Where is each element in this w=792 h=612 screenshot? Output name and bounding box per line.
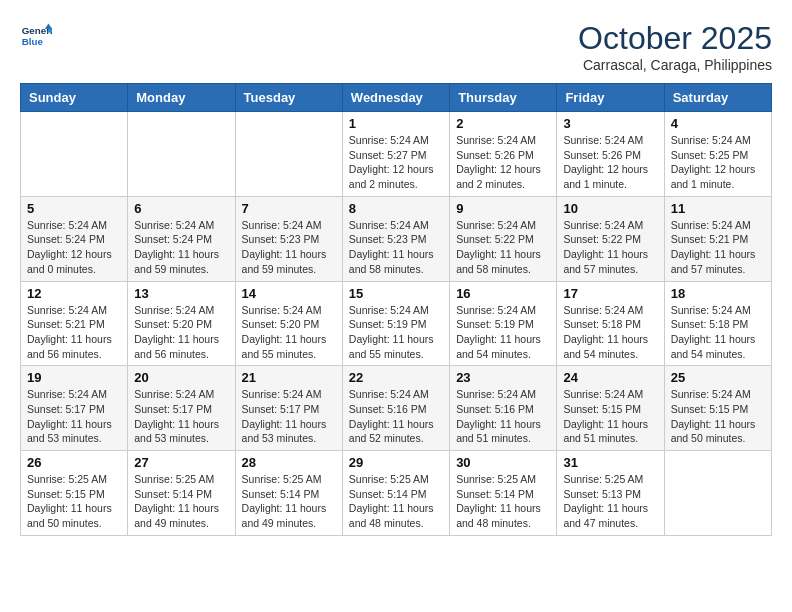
day-cell: 18Sunrise: 5:24 AMSunset: 5:18 PMDayligh… [664,281,771,366]
week-row-4: 26Sunrise: 5:25 AMSunset: 5:15 PMDayligh… [21,451,772,536]
day-number: 12 [27,286,121,301]
day-number: 9 [456,201,550,216]
day-info: Sunrise: 5:24 AMSunset: 5:22 PMDaylight:… [563,218,657,277]
day-number: 7 [242,201,336,216]
day-cell: 31Sunrise: 5:25 AMSunset: 5:13 PMDayligh… [557,451,664,536]
day-number: 6 [134,201,228,216]
day-info: Sunrise: 5:24 AMSunset: 5:21 PMDaylight:… [671,218,765,277]
day-info: Sunrise: 5:24 AMSunset: 5:26 PMDaylight:… [563,133,657,192]
day-cell: 10Sunrise: 5:24 AMSunset: 5:22 PMDayligh… [557,196,664,281]
day-number: 14 [242,286,336,301]
day-number: 31 [563,455,657,470]
weekday-saturday: Saturday [664,84,771,112]
day-number: 21 [242,370,336,385]
day-info: Sunrise: 5:25 AMSunset: 5:15 PMDaylight:… [27,472,121,531]
day-info: Sunrise: 5:24 AMSunset: 5:26 PMDaylight:… [456,133,550,192]
day-cell: 26Sunrise: 5:25 AMSunset: 5:15 PMDayligh… [21,451,128,536]
day-cell: 25Sunrise: 5:24 AMSunset: 5:15 PMDayligh… [664,366,771,451]
day-info: Sunrise: 5:24 AMSunset: 5:16 PMDaylight:… [456,387,550,446]
day-number: 5 [27,201,121,216]
day-info: Sunrise: 5:24 AMSunset: 5:19 PMDaylight:… [349,303,443,362]
day-cell: 30Sunrise: 5:25 AMSunset: 5:14 PMDayligh… [450,451,557,536]
day-cell [21,112,128,197]
day-cell: 19Sunrise: 5:24 AMSunset: 5:17 PMDayligh… [21,366,128,451]
day-number: 24 [563,370,657,385]
day-number: 4 [671,116,765,131]
day-number: 22 [349,370,443,385]
month-title: October 2025 [578,20,772,57]
day-cell: 24Sunrise: 5:24 AMSunset: 5:15 PMDayligh… [557,366,664,451]
day-info: Sunrise: 5:24 AMSunset: 5:19 PMDaylight:… [456,303,550,362]
title-area: October 2025 Carrascal, Caraga, Philippi… [578,20,772,73]
day-cell: 4Sunrise: 5:24 AMSunset: 5:25 PMDaylight… [664,112,771,197]
logo-icon: General Blue [20,20,52,52]
day-cell: 7Sunrise: 5:24 AMSunset: 5:23 PMDaylight… [235,196,342,281]
day-info: Sunrise: 5:24 AMSunset: 5:23 PMDaylight:… [349,218,443,277]
day-info: Sunrise: 5:24 AMSunset: 5:16 PMDaylight:… [349,387,443,446]
day-info: Sunrise: 5:24 AMSunset: 5:24 PMDaylight:… [27,218,121,277]
day-cell [128,112,235,197]
day-cell [664,451,771,536]
day-number: 18 [671,286,765,301]
day-info: Sunrise: 5:24 AMSunset: 5:22 PMDaylight:… [456,218,550,277]
day-info: Sunrise: 5:25 AMSunset: 5:14 PMDaylight:… [242,472,336,531]
day-number: 20 [134,370,228,385]
day-number: 19 [27,370,121,385]
day-cell: 27Sunrise: 5:25 AMSunset: 5:14 PMDayligh… [128,451,235,536]
day-cell: 29Sunrise: 5:25 AMSunset: 5:14 PMDayligh… [342,451,449,536]
week-row-2: 12Sunrise: 5:24 AMSunset: 5:21 PMDayligh… [21,281,772,366]
day-number: 17 [563,286,657,301]
day-info: Sunrise: 5:25 AMSunset: 5:13 PMDaylight:… [563,472,657,531]
day-info: Sunrise: 5:24 AMSunset: 5:25 PMDaylight:… [671,133,765,192]
day-cell: 28Sunrise: 5:25 AMSunset: 5:14 PMDayligh… [235,451,342,536]
day-cell: 21Sunrise: 5:24 AMSunset: 5:17 PMDayligh… [235,366,342,451]
day-info: Sunrise: 5:24 AMSunset: 5:18 PMDaylight:… [563,303,657,362]
weekday-thursday: Thursday [450,84,557,112]
day-cell: 3Sunrise: 5:24 AMSunset: 5:26 PMDaylight… [557,112,664,197]
day-info: Sunrise: 5:24 AMSunset: 5:17 PMDaylight:… [242,387,336,446]
day-number: 8 [349,201,443,216]
day-info: Sunrise: 5:24 AMSunset: 5:20 PMDaylight:… [242,303,336,362]
day-cell: 9Sunrise: 5:24 AMSunset: 5:22 PMDaylight… [450,196,557,281]
day-number: 11 [671,201,765,216]
day-cell: 13Sunrise: 5:24 AMSunset: 5:20 PMDayligh… [128,281,235,366]
day-number: 16 [456,286,550,301]
day-cell: 14Sunrise: 5:24 AMSunset: 5:20 PMDayligh… [235,281,342,366]
day-number: 25 [671,370,765,385]
weekday-wednesday: Wednesday [342,84,449,112]
day-cell: 12Sunrise: 5:24 AMSunset: 5:21 PMDayligh… [21,281,128,366]
week-row-0: 1Sunrise: 5:24 AMSunset: 5:27 PMDaylight… [21,112,772,197]
calendar-body: 1Sunrise: 5:24 AMSunset: 5:27 PMDaylight… [21,112,772,536]
day-number: 10 [563,201,657,216]
day-cell: 17Sunrise: 5:24 AMSunset: 5:18 PMDayligh… [557,281,664,366]
day-cell: 16Sunrise: 5:24 AMSunset: 5:19 PMDayligh… [450,281,557,366]
day-cell: 8Sunrise: 5:24 AMSunset: 5:23 PMDaylight… [342,196,449,281]
day-info: Sunrise: 5:25 AMSunset: 5:14 PMDaylight:… [456,472,550,531]
weekday-friday: Friday [557,84,664,112]
day-info: Sunrise: 5:25 AMSunset: 5:14 PMDaylight:… [349,472,443,531]
day-number: 3 [563,116,657,131]
weekday-header: SundayMondayTuesdayWednesdayThursdayFrid… [21,84,772,112]
day-number: 15 [349,286,443,301]
day-number: 30 [456,455,550,470]
day-number: 28 [242,455,336,470]
day-info: Sunrise: 5:24 AMSunset: 5:23 PMDaylight:… [242,218,336,277]
day-info: Sunrise: 5:24 AMSunset: 5:15 PMDaylight:… [563,387,657,446]
day-number: 23 [456,370,550,385]
day-info: Sunrise: 5:24 AMSunset: 5:18 PMDaylight:… [671,303,765,362]
day-cell: 1Sunrise: 5:24 AMSunset: 5:27 PMDaylight… [342,112,449,197]
day-info: Sunrise: 5:24 AMSunset: 5:17 PMDaylight:… [27,387,121,446]
day-info: Sunrise: 5:24 AMSunset: 5:17 PMDaylight:… [134,387,228,446]
weekday-tuesday: Tuesday [235,84,342,112]
day-info: Sunrise: 5:25 AMSunset: 5:14 PMDaylight:… [134,472,228,531]
logo: General Blue [20,20,52,52]
day-cell: 6Sunrise: 5:24 AMSunset: 5:24 PMDaylight… [128,196,235,281]
location-title: Carrascal, Caraga, Philippines [578,57,772,73]
day-info: Sunrise: 5:24 AMSunset: 5:21 PMDaylight:… [27,303,121,362]
day-number: 26 [27,455,121,470]
week-row-1: 5Sunrise: 5:24 AMSunset: 5:24 PMDaylight… [21,196,772,281]
day-number: 2 [456,116,550,131]
day-cell [235,112,342,197]
header: General Blue October 2025 Carrascal, Car… [20,20,772,73]
week-row-3: 19Sunrise: 5:24 AMSunset: 5:17 PMDayligh… [21,366,772,451]
